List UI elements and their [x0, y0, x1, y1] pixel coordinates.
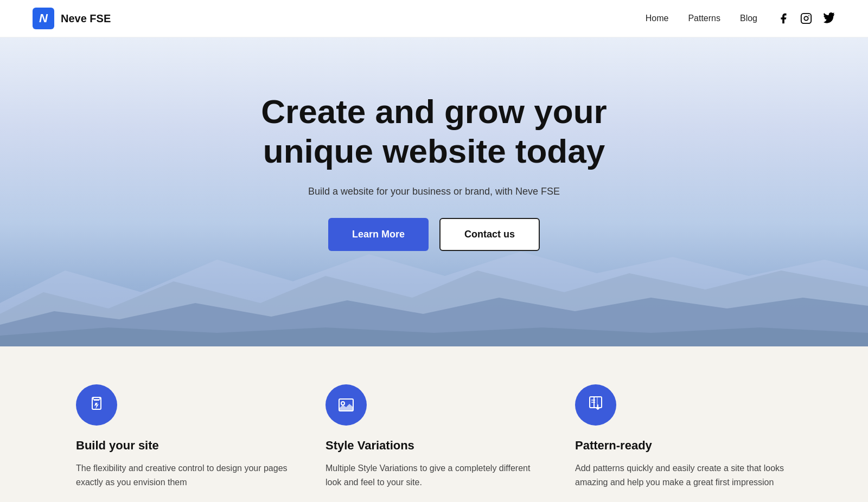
twitter-icon[interactable]: [822, 12, 835, 25]
feature-style-title: Style Variations: [326, 439, 542, 453]
style-icon: [336, 395, 356, 415]
build-icon: [87, 395, 106, 415]
hero-title: Create and grow your unique website toda…: [222, 92, 646, 171]
feature-pattern-icon-circle: [575, 384, 616, 426]
feature-style-desc: Multiple Style Variations to give a comp…: [326, 461, 542, 489]
hero-mountain-illustration: [0, 227, 868, 346]
feature-build-icon-circle: [76, 384, 117, 426]
feature-pattern-title: Pattern-ready: [575, 439, 792, 453]
feature-style-icon-circle: [326, 384, 367, 426]
feature-style: Style Variations Multiple Style Variatio…: [326, 384, 542, 489]
instagram-icon[interactable]: [800, 12, 813, 25]
site-header: N Neve FSE Home Patterns Blog: [0, 0, 868, 37]
feature-pattern-desc: Add patterns quickly and easily create a…: [575, 461, 792, 489]
svg-rect-9: [93, 397, 100, 400]
feature-build-title: Build your site: [76, 439, 293, 453]
feature-build-desc: The flexibility and creative control to …: [76, 461, 293, 489]
logo-icon: N: [33, 8, 54, 29]
svg-point-11: [341, 402, 344, 405]
features-section: Build your site The flexibility and crea…: [0, 346, 868, 502]
nav-home[interactable]: Home: [646, 14, 669, 23]
logo-name: Neve FSE: [61, 12, 111, 25]
hero-subtitle: Build a website for your business or bra…: [308, 186, 560, 197]
svg-point-2: [808, 15, 809, 16]
nav-patterns[interactable]: Patterns: [688, 14, 720, 23]
svg-point-1: [804, 16, 808, 20]
feature-pattern: Pattern-ready Add patterns quickly and e…: [575, 384, 792, 489]
hero-section: Create and grow your unique website toda…: [0, 37, 868, 346]
feature-build: Build your site The flexibility and crea…: [76, 384, 293, 489]
social-icons: [777, 12, 835, 25]
logo-area[interactable]: N Neve FSE: [33, 8, 111, 29]
facebook-icon[interactable]: [777, 12, 790, 25]
pattern-icon: [586, 395, 605, 415]
nav-blog[interactable]: Blog: [740, 14, 757, 23]
main-nav: Home Patterns Blog: [646, 12, 835, 25]
svg-rect-0: [801, 14, 811, 23]
